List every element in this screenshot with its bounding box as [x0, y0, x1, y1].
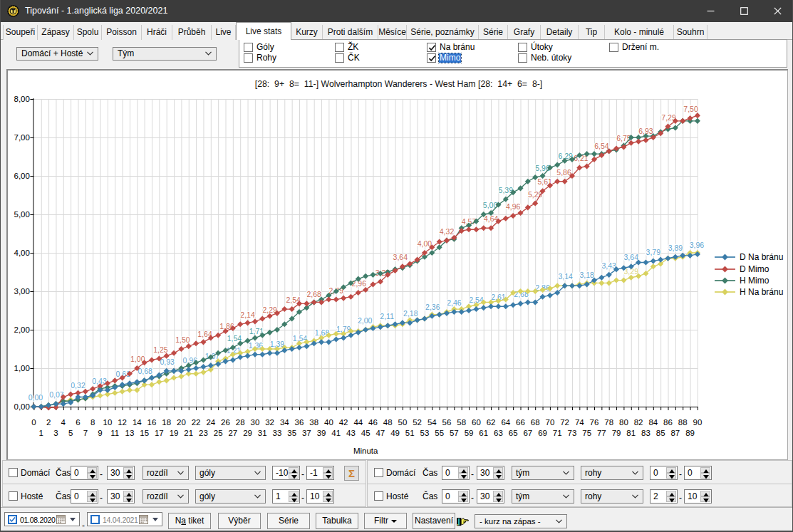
spin-down-icon[interactable]	[289, 496, 299, 502]
spin-down-icon[interactable]	[458, 473, 468, 479]
spin-up-icon[interactable]	[666, 491, 676, 496]
left-0-time-from-spinner[interactable]: 0	[71, 466, 98, 480]
right-0-value-to-spinner[interactable]: 0	[684, 466, 712, 480]
spin-down-icon[interactable]	[289, 473, 299, 479]
tab-detaily[interactable]: Detaily	[541, 25, 579, 40]
button-tabulka[interactable]: Tabulka	[316, 513, 358, 529]
button-na-tiket[interactable]: Na tiket	[168, 513, 211, 529]
spin-up-icon[interactable]	[458, 491, 468, 496]
unchecked-checkbox-icon[interactable]	[518, 43, 527, 52]
tab-soupe-i[interactable]: Soupeři	[3, 25, 38, 40]
left-0-time-to-spinner[interactable]: 30	[107, 466, 135, 480]
spin-up-icon[interactable]	[323, 467, 333, 473]
close-button[interactable]	[761, 0, 793, 22]
combo-team-mode[interactable]: Tým	[113, 47, 217, 61]
tab-proti-dal-m[interactable]: Proti dalším	[323, 25, 378, 40]
right-1-value-from-spinner[interactable]: 2	[650, 489, 678, 504]
spin-down-icon[interactable]	[666, 496, 676, 502]
spin-down-icon[interactable]	[87, 496, 97, 502]
right-1-time-from-spinner[interactable]: 0	[442, 489, 470, 504]
right-0-time-to-spinner[interactable]: 30	[477, 466, 504, 480]
spin-down-icon[interactable]	[700, 473, 710, 479]
spin-down-icon[interactable]	[493, 496, 503, 502]
spin-up-icon[interactable]	[323, 491, 333, 496]
tab-hr-i[interactable]: Hráči	[142, 25, 172, 40]
date-to-picker[interactable]: 14.04.2021	[87, 512, 162, 526]
unchecked-checkbox-icon[interactable]	[335, 53, 344, 63]
tab-grafy[interactable]: Grafy	[508, 25, 541, 40]
unchecked-checkbox-icon[interactable]	[518, 53, 527, 63]
spin-down-icon[interactable]	[666, 473, 676, 479]
tab-tip[interactable]: Tip	[579, 25, 605, 40]
button-v-b-r[interactable]: Výběr	[218, 513, 261, 529]
spin-down-icon[interactable]	[458, 496, 468, 502]
spin-up-icon[interactable]	[700, 467, 710, 473]
right-0-category-combo[interactable]: tým	[512, 466, 574, 480]
left-1-value-from-spinner[interactable]: 1	[272, 489, 300, 504]
spin-up-icon[interactable]	[700, 491, 710, 496]
right-1-team-checkbox[interactable]	[374, 491, 383, 501]
spin-up-icon[interactable]	[458, 467, 468, 473]
left-1-time-to-spinner[interactable]: 30	[107, 489, 135, 504]
tab-souhrn[interactable]: Souhrn	[674, 25, 708, 40]
spin-up-icon[interactable]	[493, 467, 503, 473]
tab-live[interactable]: Live	[212, 25, 236, 40]
left-0-value-to-spinner[interactable]: -1	[306, 466, 334, 480]
left-1-team-checkbox[interactable]	[9, 491, 18, 501]
right-1-time-to-spinner[interactable]: 30	[477, 489, 504, 504]
button-s-rie[interactable]: Série	[267, 513, 310, 529]
left-1-time-from-spinner[interactable]: 0	[71, 489, 98, 504]
tab-spolu[interactable]: Spolu	[74, 25, 102, 40]
left-0-category-combo[interactable]: rozdíl	[142, 466, 189, 480]
spin-up-icon[interactable]	[123, 467, 133, 473]
combo-odds-per-match[interactable]: - kurz na zápas -	[475, 514, 567, 528]
spin-up-icon[interactable]	[123, 491, 133, 496]
unchecked-checkbox-icon[interactable]	[244, 53, 253, 63]
tab-s-rie-pozn-mky[interactable]: Série, poznámky	[407, 25, 479, 40]
tab-pr-b-h[interactable]: Průběh	[172, 25, 212, 40]
spin-down-icon[interactable]	[323, 473, 333, 479]
tab-z-pasy[interactable]: Zápasy	[38, 25, 74, 40]
tab-live-stats[interactable]: Live stats	[236, 22, 291, 40]
spin-up-icon[interactable]	[87, 467, 97, 473]
right-0-value-from-spinner[interactable]: 0	[650, 466, 678, 480]
spin-down-icon[interactable]	[700, 496, 710, 502]
dropdown-arrow-icon[interactable]	[70, 518, 76, 521]
spin-down-icon[interactable]	[123, 496, 133, 502]
checked-checkbox-icon[interactable]	[427, 43, 436, 52]
date-from-checkbox[interactable]	[8, 515, 17, 524]
spin-down-icon[interactable]	[123, 473, 133, 479]
unchecked-checkbox-icon[interactable]	[244, 43, 253, 52]
right-0-stat-combo[interactable]: rohy	[581, 466, 643, 480]
spin-up-icon[interactable]	[666, 467, 676, 473]
title-bar[interactable]: Tipování - 1.anglická liga 2020/2021	[1, 0, 793, 22]
right-1-stat-combo[interactable]: rohy	[581, 489, 643, 504]
spin-down-icon[interactable]	[87, 473, 97, 479]
tab-kurzy[interactable]: Kurzy	[291, 25, 323, 40]
button-filtr[interactable]: Filtr	[364, 513, 407, 529]
left-0-team-checkbox[interactable]	[9, 468, 18, 477]
maximize-button[interactable]	[727, 0, 760, 22]
left-1-stat-combo[interactable]: góly	[195, 489, 266, 504]
tab-m-s-ce[interactable]: Měsíce	[378, 25, 407, 40]
left-1-category-combo[interactable]: rozdíl	[142, 489, 189, 504]
combo-home-away[interactable]: Domácí + Hosté	[16, 47, 98, 61]
right-0-time-from-spinner[interactable]: 0	[442, 466, 470, 480]
left-0-stat-combo[interactable]: góly	[195, 466, 266, 480]
spin-up-icon[interactable]	[493, 491, 503, 496]
spin-up-icon[interactable]	[289, 467, 299, 473]
left-0-value-from-spinner[interactable]: -10	[272, 466, 300, 480]
tab-s-rie[interactable]: Série	[479, 25, 508, 40]
tab-poisson[interactable]: Poisson	[102, 25, 142, 40]
sum-button[interactable]: Σ	[344, 466, 359, 481]
spin-up-icon[interactable]	[87, 491, 97, 496]
date-from-picker[interactable]: 01.08.2020	[4, 512, 80, 526]
spin-down-icon[interactable]	[323, 496, 333, 502]
right-1-value-to-spinner[interactable]: 10	[684, 489, 712, 504]
minimize-button[interactable]	[694, 0, 727, 22]
spin-down-icon[interactable]	[493, 473, 503, 479]
checked-checkbox-icon[interactable]	[427, 53, 436, 63]
left-1-value-to-spinner[interactable]: 10	[306, 489, 334, 504]
spin-up-icon[interactable]	[289, 491, 299, 496]
right-0-team-checkbox[interactable]	[374, 468, 383, 477]
